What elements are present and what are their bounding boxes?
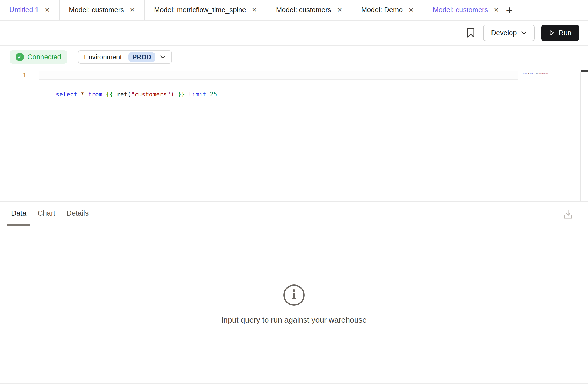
code-token	[174, 91, 178, 98]
editor-tab-label: Model: customers	[69, 6, 124, 14]
minimap-token: from	[530, 73, 533, 74]
ide-window: Untitled 1 ✕ Model: customers ✕ Model: m…	[0, 0, 588, 385]
code-token: }}	[178, 91, 185, 98]
results-empty-state: i Input query to run against your wareho…	[0, 226, 588, 385]
code-token: )	[171, 91, 174, 98]
line-number: 1	[23, 71, 26, 80]
editor-tab[interactable]: Model: metricflow_time_spine ✕	[145, 0, 267, 20]
develop-button-label: Develop	[491, 29, 517, 37]
code-token: from	[88, 91, 102, 98]
editor-tab-label: Model: customers	[276, 6, 331, 14]
editor-tab-label: Untitled 1	[9, 6, 39, 14]
tab-bar-right-area: +	[498, 0, 588, 20]
chevron-down-icon	[521, 31, 527, 35]
sql-code-editor[interactable]: 1 select * from {{ ref("customers") }} l…	[0, 68, 588, 201]
code-token	[77, 91, 81, 98]
minimap-token: ref	[536, 73, 538, 74]
empty-state-message: Input query to run against your warehous…	[221, 316, 367, 324]
connected-badge: ✓ Connected	[10, 50, 67, 64]
editor-tab-label: Model: customers	[433, 6, 488, 14]
play-icon	[549, 30, 554, 36]
code-token: (	[127, 91, 131, 98]
results-panel: Data Chart Details	[0, 201, 588, 385]
run-button[interactable]: Run	[541, 25, 579, 41]
editor-tab[interactable]: Untitled 1 ✕	[0, 0, 60, 20]
run-button-label: Run	[558, 29, 571, 37]
results-right-divider	[587, 202, 587, 226]
chevron-down-icon	[160, 55, 166, 59]
bookmark-icon[interactable]	[465, 27, 476, 39]
editor-tab[interactable]: Model: Demo ✕	[352, 0, 424, 20]
results-tab[interactable]: Chart	[34, 202, 59, 226]
results-tab-label: Data	[11, 209, 26, 217]
editor-scrollbar-track	[580, 72, 581, 201]
info-icon: i	[283, 284, 305, 306]
code-token: "	[131, 91, 135, 98]
code-token	[185, 91, 188, 98]
code-token	[113, 91, 117, 98]
connection-status-bar: ✓ Connected Environment: PROD	[0, 46, 588, 68]
download-icon[interactable]	[563, 209, 573, 220]
connected-label: Connected	[27, 53, 61, 61]
results-tab[interactable]: Details	[63, 202, 93, 226]
results-tab-label: Chart	[38, 209, 55, 217]
results-tabs: Data Chart Details	[7, 202, 92, 226]
environment-dropdown[interactable]: Environment: PROD	[78, 50, 172, 64]
code-token: customers	[135, 91, 167, 98]
editor-scrollbar-thumb[interactable]	[581, 70, 588, 72]
minimap-token: select	[523, 73, 527, 74]
editor-tab[interactable]: Model: customers ✕	[60, 0, 145, 20]
page-bottom-border	[0, 383, 588, 384]
results-tab[interactable]: Data	[7, 202, 30, 226]
environment-value-pill: PROD	[128, 52, 155, 62]
code-token	[102, 91, 106, 98]
code-token: limit	[188, 91, 206, 98]
code-token: ref	[117, 91, 128, 98]
editor-tab[interactable]: Model: customers ✕	[423, 0, 509, 20]
new-tab-button[interactable]: +	[498, 4, 521, 17]
results-tab-bar: Data Chart Details	[0, 202, 588, 226]
code-token: *	[81, 91, 84, 98]
minimap-token: customers	[540, 73, 547, 74]
close-icon[interactable]: ✕	[45, 7, 50, 13]
editor-minimap[interactable]: select * from {{ ref("customers") }} lim…	[520, 70, 548, 74]
minimap-token: )	[548, 73, 548, 74]
editor-tab-label: Model: metricflow_time_spine	[154, 6, 246, 14]
close-icon[interactable]: ✕	[252, 7, 257, 13]
info-icon-glyph: i	[292, 288, 297, 301]
code-line[interactable]: select * from {{ ref("customers") }} lim…	[41, 70, 217, 80]
code-token: "	[167, 91, 171, 98]
results-tab-label: Details	[67, 209, 89, 217]
editor-tab[interactable]: Model: customers ✕	[267, 0, 352, 20]
develop-button[interactable]: Develop	[483, 25, 535, 41]
code-token: {{	[106, 91, 113, 98]
close-icon[interactable]: ✕	[408, 7, 414, 13]
code-token	[84, 91, 88, 98]
close-icon[interactable]: ✕	[337, 7, 342, 13]
check-icon: ✓	[16, 53, 24, 61]
code-token	[206, 91, 210, 98]
code-token: select	[56, 91, 77, 98]
environment-label: Environment:	[84, 53, 124, 61]
editor-tab-label: Model: Demo	[361, 6, 403, 14]
close-icon[interactable]: ✕	[130, 7, 135, 13]
code-token: 25	[210, 91, 217, 98]
header-toolbar: Develop Run	[0, 21, 588, 46]
